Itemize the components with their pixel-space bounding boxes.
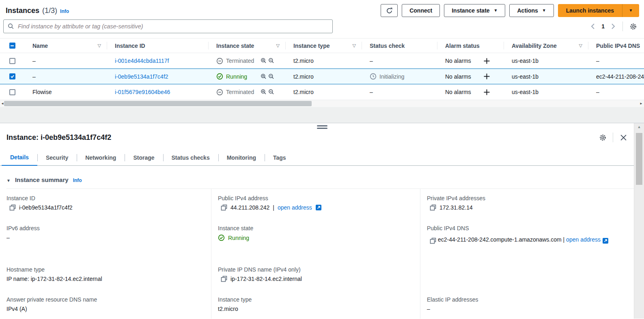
next-page-button[interactable] [608, 21, 618, 32]
copy-icon[interactable] [430, 204, 436, 211]
field-value: ip-172-31-82-14.ec2.internal [230, 276, 302, 282]
zoom-in-icon[interactable] [261, 58, 267, 64]
select-all-cell [0, 39, 24, 53]
tab-details[interactable]: Details [2, 150, 37, 166]
vertical-scrollbar-thumb[interactable] [636, 133, 642, 185]
tab-storage[interactable]: Storage [125, 150, 163, 165]
close-icon[interactable] [617, 131, 629, 143]
open-address-link[interactable]: open address [566, 236, 601, 243]
title-group: Instances (1/3) Info [6, 6, 69, 15]
horizontal-scrollbar[interactable]: ◄ ► [0, 100, 644, 107]
table-row[interactable]: – i-001e4d44cbda1117f Terminated t2.micr… [0, 53, 644, 69]
tab-monitoring[interactable]: Monitoring [218, 150, 265, 165]
alarm-status-text: No alarms [445, 89, 471, 95]
field-private-ip-dns-name: Private IP DNS name (IPv4 only) ip-172-3… [211, 260, 420, 290]
zoom-in-icon[interactable] [261, 89, 267, 95]
status-check-text: Initializing [379, 73, 404, 80]
search-input[interactable] [18, 23, 328, 30]
field-value: 172.31.82.14 [439, 204, 473, 211]
launch-instances-split-button: Launch instances ▼ [558, 4, 639, 17]
column-header-status-check: Status check [362, 39, 437, 53]
copy-icon[interactable] [9, 204, 16, 211]
scroll-up-icon[interactable]: ▲ [634, 125, 644, 129]
alarm-status-text: No alarms [445, 73, 471, 80]
sort-icon: ▽ [353, 43, 356, 48]
info-link[interactable]: Info [60, 9, 69, 14]
instance-state-dropdown[interactable]: Instance state ▼ [444, 4, 505, 17]
column-header-instance-type[interactable]: Instance type ▽ [285, 39, 362, 53]
previous-page-button[interactable] [588, 21, 598, 32]
instance-id-link[interactable]: i-01f5679e91604be46 [115, 89, 170, 95]
value-separator: | [563, 236, 565, 243]
column-header-alarm-status: Alarm status [437, 39, 504, 53]
table-row[interactable]: Flowise i-01f5679e91604be46 Terminated t… [0, 84, 644, 100]
pagination: 1 [588, 20, 639, 32]
zoom-out-icon[interactable] [268, 73, 275, 80]
refresh-icon [386, 7, 393, 14]
actions-dropdown[interactable]: Actions ▼ [509, 4, 554, 17]
alarm-status-text: No alarms [445, 58, 471, 64]
panel-resize-handle[interactable] [317, 125, 327, 129]
column-header-instance-state[interactable]: Instance state ▽ [208, 39, 285, 53]
scroll-right-icon[interactable]: ► [640, 100, 643, 107]
row-checkbox[interactable] [9, 58, 15, 64]
instance-summary-section-header: ▼ Instance summary Info [6, 176, 638, 183]
launch-instances-button[interactable]: Launch instances [558, 4, 622, 17]
column-header-instance-id: Instance ID [107, 39, 208, 53]
row-checkbox[interactable] [9, 73, 15, 79]
tab-status-checks[interactable]: Status checks [163, 150, 218, 165]
page-number[interactable]: 1 [598, 23, 608, 30]
info-link[interactable]: Info [73, 178, 82, 183]
empty-cell [420, 260, 638, 290]
horizontal-scrollbar-thumb[interactable] [4, 101, 312, 106]
add-alarm-plus-icon[interactable] [484, 73, 490, 79]
collapse-caret-icon[interactable]: ▼ [6, 178, 11, 183]
field-value: IPv4 (A) [6, 306, 27, 312]
availability-zone-cell: us-east-1b [504, 89, 588, 95]
initializing-clock-icon [370, 73, 377, 80]
add-alarm-plus-icon[interactable] [484, 89, 490, 95]
column-header-availability-zone[interactable]: Availability Zone ▽ [504, 39, 588, 53]
connect-button[interactable]: Connect [402, 4, 440, 17]
select-all-checkbox[interactable] [9, 43, 15, 49]
preferences-gear-icon[interactable] [627, 20, 639, 32]
copy-icon[interactable] [221, 204, 227, 211]
refresh-button[interactable] [381, 4, 398, 17]
field-answer-private-dns: Answer private resource DNS name IPv4 (A… [6, 290, 211, 319]
name-cell: – [24, 73, 107, 80]
panel-settings-gear-icon[interactable] [597, 131, 609, 143]
instance-id-link[interactable]: i-001e4d44cbda1117f [115, 58, 169, 64]
instance-id-link[interactable]: i-0eb9e5134a1f7c4f2 [115, 73, 168, 80]
instance-details-panel: Instance: i-0eb9e5134a1f7c4f2 Details Se… [0, 123, 644, 319]
zoom-out-icon[interactable] [268, 89, 275, 95]
vertical-scrollbar[interactable]: ▲ [634, 123, 644, 319]
scroll-left-icon[interactable]: ◄ [1, 100, 4, 107]
open-address-link[interactable]: open address [278, 204, 312, 211]
tab-networking[interactable]: Networking [77, 150, 125, 165]
zoom-out-icon[interactable] [268, 58, 275, 64]
running-icon [216, 73, 223, 80]
search-box[interactable] [3, 19, 333, 33]
field-public-ipv4-dns: Public IPv4 DNS ec2-44-211-208-242.compu… [420, 219, 638, 260]
tab-tags[interactable]: Tags [265, 150, 295, 165]
field-hostname-type: Hostname type IP name: ip-172-31-82-14.e… [6, 260, 211, 290]
field-value: IP name: ip-172-31-82-14.ec2.internal [6, 276, 102, 282]
name-cell: Flowise [24, 89, 107, 95]
add-alarm-plus-icon[interactable] [484, 58, 490, 64]
panel-title: Instance: i-0eb9e5134a1f7c4f2 [6, 133, 111, 142]
terminated-icon [216, 58, 223, 64]
copy-icon[interactable] [221, 276, 227, 282]
instance-type-cell: t2.micro [285, 58, 362, 64]
status-check-cell: – [362, 58, 437, 64]
row-checkbox[interactable] [9, 89, 15, 95]
copy-icon[interactable] [430, 238, 436, 244]
tab-security[interactable]: Security [37, 150, 77, 165]
launch-instances-dropdown[interactable]: ▼ [622, 4, 639, 17]
details-tabs: Details Security Networking Storage Stat… [0, 150, 644, 166]
sort-icon: ▽ [579, 43, 582, 48]
column-header-name[interactable]: Name ▽ [24, 39, 107, 53]
zoom-in-icon[interactable] [261, 73, 267, 80]
caret-down-icon: ▼ [629, 9, 633, 13]
caret-down-icon: ▼ [494, 9, 498, 13]
table-row[interactable]: – i-0eb9e5134a1f7c4f2 Running t2.micro I… [0, 69, 644, 84]
